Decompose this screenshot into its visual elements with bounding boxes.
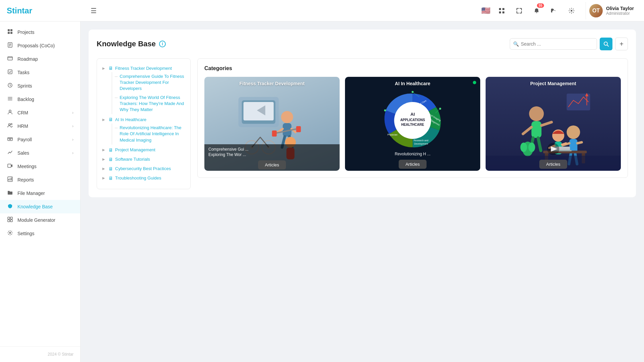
notification-badge: 55: [537, 3, 544, 8]
categories-grid: Fitness Tracker Development: [204, 77, 621, 171]
tree-child-fitness-1[interactable]: ─ Exploring The World Of Fitness Tracker…: [115, 93, 185, 114]
sidebar-item-payroll[interactable]: Payroll ›: [0, 133, 80, 146]
tree-leaf-arrow-cyber: ▶: [102, 167, 106, 170]
sidebar-item-file-manager[interactable]: File Manager: [0, 187, 80, 200]
sidebar-item-label-projects: Projects: [17, 30, 35, 35]
fitness-articles-overlay: Comprehensive Gui ... Exploring The Wor …: [204, 144, 340, 171]
cat-fitness-title: Fitness Tracker Development: [204, 81, 340, 86]
sidebar-item-roadmap[interactable]: Roadmap: [0, 52, 80, 66]
sidebar-item-hrm[interactable]: HRM ›: [0, 119, 80, 133]
sidebar-item-label-knowledge-base: Knowledge Base: [17, 204, 53, 209]
kb-header: Knowledge Base i 🔍 +: [97, 38, 628, 50]
svg-point-44: [281, 111, 293, 123]
tree-child-ai-0[interactable]: ─ Revolutionizing Healthcare: The Role O…: [115, 123, 185, 145]
crm-icon: [7, 109, 13, 116]
sidebar-item-label-payroll: Payroll: [17, 137, 32, 142]
svg-rect-13: [8, 57, 12, 60]
projects-icon: [7, 29, 13, 36]
sidebar-item-settings[interactable]: Settings: [0, 227, 80, 240]
knowledge-base-card: Knowledge Base i 🔍 +: [89, 30, 636, 197]
fitness-articles-btn[interactable]: Articles: [258, 160, 286, 169]
tree-leaf-software[interactable]: ▶ 🖥 Software Tutorials: [102, 155, 185, 163]
categories-panel: Categories Fitness Tracker Development: [197, 58, 628, 178]
svg-point-103: [529, 143, 535, 152]
user-area[interactable]: OT Olivia Taylor Administrator: [586, 2, 637, 19]
svg-line-82: [538, 138, 541, 151]
categories-title: Categories: [204, 65, 621, 71]
sidebar-item-projects[interactable]: Projects: [0, 25, 80, 39]
sidebar-item-label-sprints: Sprints: [17, 83, 32, 89]
tree-leaf-arrow-pm: ▶: [102, 148, 106, 152]
tree-item-cyber: ▶ 🖥 Cybersecurity Best Practices: [102, 165, 185, 173]
logo-text: Stintar: [7, 6, 32, 15]
payroll-icon: [7, 136, 13, 143]
svg-rect-1: [502, 8, 504, 10]
apps-icon-btn[interactable]: [496, 5, 508, 17]
svg-rect-28: [8, 164, 11, 167]
tree-label-software: Software Tutorials: [115, 157, 150, 162]
sidebar-item-crm[interactable]: CRM ›: [0, 106, 80, 119]
sidebar: Projects Proposals (CoCo) Roadmap Tasks: [0, 21, 81, 362]
tree-label-pm: Project Management: [115, 147, 155, 152]
kb-page-title: Knowledge Base: [97, 40, 156, 48]
search-button[interactable]: [600, 38, 612, 50]
add-button[interactable]: +: [615, 38, 628, 50]
svg-rect-6: [10, 29, 12, 31]
pm-illustration: [486, 84, 621, 167]
sidebar-item-label-roadmap: Roadmap: [17, 56, 38, 62]
svg-line-86: [578, 142, 582, 143]
user-info: Olivia Taylor Administrator: [606, 6, 634, 16]
sidebar-item-label-backlog: Backlog: [17, 97, 34, 102]
info-icon[interactable]: i: [159, 41, 166, 47]
tree-leaf-pm[interactable]: ▶ 🖥 Project Management: [102, 146, 185, 154]
search-input[interactable]: [510, 38, 597, 50]
module-generator-icon: [7, 217, 13, 223]
notification-icon-btn[interactable]: 55: [531, 5, 543, 17]
footer-text: 2024 © Stintar: [48, 352, 73, 357]
svg-text:APPLICATIONS: APPLICATIONS: [400, 118, 425, 122]
tree-leaf-trouble[interactable]: ▶ 🖥 Troubleshooting Guides: [102, 174, 185, 182]
tree-children-fitness: ─ Comprehensive Guide To Fitness Tracker…: [112, 72, 185, 114]
settings-icon-btn[interactable]: [565, 5, 578, 17]
svg-rect-8: [10, 32, 12, 34]
sales-arrow: ›: [72, 151, 73, 155]
sidebar-item-sprints[interactable]: Sprints: [0, 79, 80, 93]
user-role: Administrator: [606, 11, 634, 16]
sidebar-item-label-tasks: Tasks: [17, 70, 30, 75]
tree-child-dash-0: ─: [115, 74, 118, 79]
tree-label-trouble: Troubleshooting Guides: [115, 175, 161, 180]
kb-title-area: Knowledge Base i: [97, 40, 166, 48]
ai-diagram: AI APPLICATIONS HEALTHCARE Patient Care …: [345, 84, 480, 157]
sidebar-item-module-generator[interactable]: Module Generator: [0, 213, 80, 227]
sidebar-item-meetings[interactable]: Meetings: [0, 160, 80, 173]
svg-rect-35: [8, 220, 10, 222]
tree-label-fitness: Fitness Tracker Development: [115, 66, 172, 71]
tree-child-fitness-0[interactable]: ─ Comprehensive Guide To Fitness Tracker…: [115, 72, 185, 93]
sidebar-item-knowledge-base[interactable]: Knowledge Base: [0, 200, 80, 213]
sidebar-item-reports[interactable]: Reports: [0, 173, 80, 187]
crm-arrow: ›: [72, 110, 73, 115]
sidebar-item-tasks[interactable]: Tasks: [0, 66, 80, 79]
ai-articles-btn[interactable]: Articles: [399, 160, 427, 169]
pm-articles-btn[interactable]: Articles: [539, 160, 567, 169]
svg-rect-52: [296, 126, 301, 132]
sidebar-footer: 2024 © Stintar: [0, 346, 80, 362]
sidebar-item-sales[interactable]: Sales ›: [0, 146, 80, 160]
dark-mode-icon-btn[interactable]: [548, 5, 560, 17]
tree-parent-fitness[interactable]: ▶ 🖥 Fitness Tracker Development: [102, 64, 185, 72]
flag-icon[interactable]: 🇺🇸: [481, 6, 490, 15]
tree-doc-icon-pm: 🖥: [108, 147, 113, 153]
svg-rect-33: [8, 217, 10, 219]
sidebar-item-backlog[interactable]: Backlog: [0, 93, 80, 106]
hamburger-icon[interactable]: ☰: [91, 7, 97, 15]
header: Stintar ☰ 🇺🇸 55: [0, 0, 644, 21]
expand-icon-btn[interactable]: [513, 5, 525, 17]
svg-rect-0: [499, 8, 501, 10]
tree-leaf-cyber[interactable]: ▶ 🖥 Cybersecurity Best Practices: [102, 165, 185, 173]
tree-label-ai: AI In Healthcare: [115, 117, 146, 122]
svg-point-102: [521, 143, 527, 152]
sidebar-item-proposals[interactable]: Proposals (CoCo): [0, 39, 80, 52]
user-name: Olivia Taylor: [606, 6, 634, 11]
tree-parent-ai[interactable]: ▶ 🖥 AI In Healthcare: [102, 115, 185, 123]
svg-rect-2: [499, 11, 501, 13]
